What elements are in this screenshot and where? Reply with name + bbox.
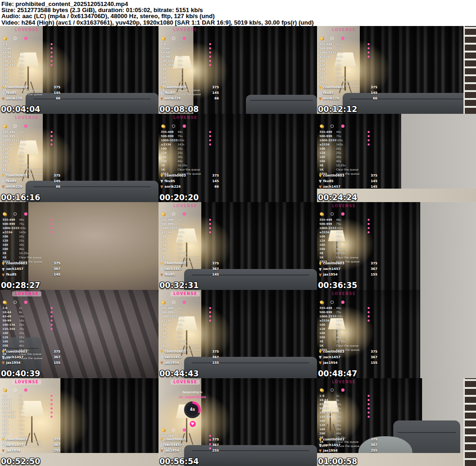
supporter-tokens: 367 (212, 356, 219, 359)
tip-amount: 1-9 (2, 394, 19, 397)
tip-amount: 200 (2, 160, 19, 163)
supporter-row: jax1954155 (319, 361, 377, 365)
tip-menu-row: 10-446s (319, 398, 371, 402)
trophy-icon (319, 274, 322, 276)
tip-duration: 30s (19, 76, 53, 79)
tip-menu-row: 20040s (319, 247, 371, 251)
tip-duration: 40s (19, 344, 53, 347)
tip-amount: 155-354 (2, 415, 19, 418)
pattern-icon (341, 125, 344, 128)
tip-menu-row: 355-49949s (160, 218, 212, 222)
tip-amount: 1K (161, 256, 178, 259)
supporter-tokens: 375 (53, 438, 60, 441)
pattern-dot-icon (51, 328, 53, 330)
trophy-icon (2, 92, 5, 95)
tip-amount: 100 (2, 420, 19, 422)
tip-menu-row: 3810-25s (319, 339, 371, 343)
supporter-tokens: 145 (212, 273, 219, 276)
supporter-name: jax1954 (6, 449, 53, 453)
tip-menu-row: 20040s (2, 343, 54, 348)
tip-amount: 100 (2, 332, 19, 335)
tip-menu-icons (161, 428, 212, 432)
pattern-icon (183, 301, 186, 304)
timer-icon (331, 212, 334, 216)
trophy-icon (319, 180, 322, 183)
supporter-tokens: 66 (56, 97, 60, 100)
tip-duration: 25s (178, 328, 212, 330)
tip-duration: 26s (336, 411, 368, 414)
tip-duration: 25s (19, 424, 53, 427)
tip-duration: 49s (19, 218, 51, 221)
supporter-tokens: 367 (370, 444, 377, 447)
tip-duration: 26s (19, 59, 51, 62)
supporter-tokens: 66 (56, 185, 60, 189)
tip-duration: 25s (19, 151, 53, 154)
tip-amount: 10-44 (2, 47, 19, 50)
supporter-name: csmith0603 (6, 174, 53, 177)
tip-amount: 200 (2, 80, 19, 83)
tip-duration: 40s (19, 248, 53, 250)
tip-menu-row: ≥3334143s (160, 318, 212, 322)
tip-menu-row: 16030s (2, 155, 54, 159)
supporter-name: zach1457 (165, 268, 212, 271)
tip-duration: 2s (336, 394, 368, 397)
tip-menu-row: 500-99975s (319, 222, 371, 226)
timer-icon (13, 212, 17, 216)
tip-amount: 500-999 (2, 223, 19, 225)
tip-amount: 100 (161, 147, 178, 150)
tip-amount: 10-44 (161, 47, 178, 50)
pattern-dot-icon (368, 52, 370, 53)
video-thumbnail: LOVENSE1-92s10-446s45-4910s50-9916s100-1… (0, 378, 159, 466)
coins-icon (3, 212, 6, 216)
tip-menu-row: 45-4910s (2, 314, 54, 318)
tip-amount: 1K (319, 80, 336, 83)
pattern-dot-icon (209, 231, 211, 233)
pattern-dot-icon (209, 144, 211, 145)
tip-amount: 1-9 (319, 394, 336, 397)
pattern-dot-icon (51, 407, 53, 409)
supporter-tokens: 255 (212, 449, 219, 453)
tip-menu-row: 3810-25s (160, 251, 212, 256)
tip-amount: 38 (161, 164, 178, 167)
tip-duration: 30s (336, 68, 370, 71)
thumbnail-grid: LOVENSE1-92s10-446s45-4910s50-9916s100-1… (0, 26, 476, 466)
tip-amount: 200 (319, 72, 336, 75)
tip-duration: 40s (336, 160, 370, 163)
tip-menu-icons (3, 124, 54, 128)
tip-duration: 10s (19, 51, 51, 54)
trophy-icon (160, 268, 163, 271)
pattern-dot-icon (51, 223, 53, 225)
trophy-icon (160, 449, 163, 452)
pattern-dot-icon (368, 416, 370, 418)
tip-amount: 50-99 (2, 407, 19, 410)
top-supporters-overlay: csmith0603375fku85145enrik22666 (319, 86, 377, 103)
tip-menu-row: 1000-3333100s (319, 50, 371, 54)
supporter-name: fku85 (165, 92, 212, 95)
tip-menu-overlay: 355-49949s500-99975s1000-3333100s≥333414… (319, 300, 371, 352)
tip-menu-row: 1000-3333100s (2, 226, 54, 230)
tip-menu-row: 20040s (160, 247, 212, 251)
pattern-dot-icon (368, 412, 370, 413)
tip-amount: 120 (319, 151, 336, 154)
tip-menu-row: 20040s (2, 159, 54, 163)
lovense-logo: LOVENSE (12, 291, 41, 296)
timer-icon (172, 428, 175, 432)
tip-amount: 160 (161, 243, 178, 246)
tip-duration: 75s (336, 135, 368, 138)
tip-menu-row: 10020s (160, 67, 212, 71)
tip-amount: 50-99 (2, 319, 19, 322)
tip-menu-row: 12025s (319, 151, 371, 155)
tip-menu-row: 155-35435s (2, 415, 54, 419)
tip-menu-row: 10020s (2, 67, 54, 71)
tip-amount: 38 (2, 164, 19, 167)
supporter-tokens: 145 (53, 92, 60, 95)
tip-menu-row: 12025s (160, 151, 212, 155)
tip-menu-row: 500-99975s (319, 46, 371, 50)
tip-menu-row: 16030s (160, 331, 212, 335)
pattern-dot-icon (51, 139, 53, 141)
video-thumbnail: LOVENSE355-49949s500-99975s1000-3333100s… (159, 290, 317, 378)
tip-amount: 160 (319, 332, 336, 335)
tip-duration: Clear the queue (19, 168, 53, 171)
supporter-tokens: 145 (370, 92, 377, 95)
trophy-icon (160, 263, 163, 265)
